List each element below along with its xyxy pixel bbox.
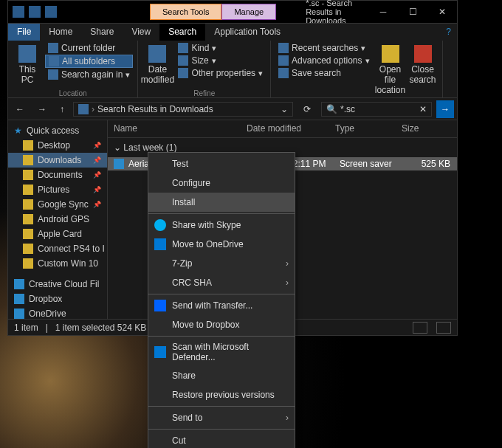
blank-icon — [154, 435, 166, 447]
maximize-button[interactable]: ☐ — [398, 1, 427, 23]
qat-icon[interactable] — [29, 6, 41, 18]
other-properties-button[interactable]: Other properties ▾ — [175, 67, 266, 79]
label: OneDrive — [29, 309, 66, 319]
sidebar-item[interactable]: Downloads📌 — [8, 153, 107, 168]
all-subfolders-button[interactable]: All subfolders — [45, 55, 133, 68]
dropbox-icon — [154, 300, 166, 311]
size-button[interactable]: Size ▾ — [175, 55, 266, 66]
close-button[interactable]: ✕ — [427, 1, 457, 23]
close-icon — [414, 45, 432, 63]
submenu-arrow-icon: › — [286, 278, 289, 288]
date-modified-button[interactable]: Date modified — [142, 42, 172, 88]
qat-icon[interactable] — [13, 6, 24, 18]
separator — [148, 429, 295, 430]
menu-file[interactable]: File — [8, 24, 40, 41]
sidebar-item[interactable]: Pictures📌 — [8, 182, 107, 197]
quick-access-header[interactable]: ★ Quick access — [8, 123, 107, 138]
label: Move to OneDrive — [172, 239, 244, 249]
cloud-icon — [14, 309, 24, 319]
sidebar-item[interactable]: Desktop📌 — [8, 138, 107, 153]
label: Date modified — [141, 64, 174, 85]
menu-application-tools[interactable]: Application Tools — [205, 24, 289, 41]
search-input[interactable]: 🔍 *.sc ✕ — [321, 102, 432, 117]
sidebar-item[interactable]: Google Sync📌 — [8, 197, 107, 212]
context-menu-item[interactable]: Send to› — [148, 408, 295, 427]
group-label: Refine — [142, 88, 266, 97]
details-view-button[interactable] — [413, 322, 427, 334]
contextual-tab-search-tools[interactable]: Search Tools — [150, 4, 221, 20]
pin-icon: 📌 — [93, 186, 101, 193]
context-menu-item[interactable]: Restore previous versions — [148, 385, 295, 404]
contextual-tab-manage[interactable]: Manage — [221, 4, 276, 20]
forward-button[interactable]: → — [33, 103, 51, 116]
context-menu-item[interactable]: Share — [148, 366, 295, 385]
thumbnails-view-button[interactable] — [436, 322, 451, 334]
search-again-button[interactable]: Search again in ▾ — [45, 69, 133, 80]
search-icon — [48, 69, 58, 80]
menu-search[interactable]: Search — [159, 24, 205, 41]
menu-share[interactable]: Share — [81, 24, 123, 41]
folder-icon — [23, 229, 33, 239]
sidebar-item[interactable]: Documents📌 — [8, 168, 107, 182]
context-menu-item[interactable]: Configure — [148, 173, 295, 193]
close-search-button[interactable]: Close search — [408, 42, 438, 88]
label: Recent searches — [292, 43, 358, 53]
pin-icon: 📌 — [93, 171, 101, 179]
folder-icon — [49, 56, 59, 66]
context-menu-item[interactable]: 7-Zip› — [148, 254, 295, 273]
refresh-button[interactable]: ⟳ — [298, 103, 317, 116]
context-menu-item[interactable]: CRC SHA› — [148, 273, 295, 292]
clear-search-icon[interactable]: ✕ — [419, 104, 427, 114]
label: Documents — [38, 170, 83, 180]
recent-searches-button[interactable]: Recent searches ▾ — [275, 42, 372, 54]
save-search-button[interactable]: Save search — [275, 67, 372, 79]
context-menu-item[interactable]: Install — [148, 193, 295, 212]
up-button[interactable]: ↑ — [55, 103, 69, 116]
address-bar[interactable]: › Search Results in Downloads ⌄ — [73, 102, 293, 117]
col-type[interactable]: Type — [329, 120, 396, 137]
context-menu-item[interactable]: Scan with Microsoft Defender... — [148, 338, 295, 366]
search-go-button[interactable]: → — [436, 100, 454, 118]
context-menu-item[interactable]: Send with Transfer... — [148, 296, 295, 315]
open-file-location-button[interactable]: Open file location — [376, 42, 405, 98]
context-menu-item[interactable]: Move to Dropbox — [148, 315, 295, 334]
menu-home[interactable]: Home — [40, 24, 81, 41]
sidebar[interactable]: ★ Quick access Desktop📌Downloads📌Documen… — [8, 120, 108, 319]
sidebar-item[interactable]: Connect PS4 to I — [8, 241, 107, 256]
submenu-arrow-icon: › — [286, 258, 289, 269]
save-icon — [278, 68, 289, 78]
blank-icon — [154, 389, 166, 401]
col-date[interactable]: Date modified — [241, 120, 329, 137]
blank-icon — [154, 412, 166, 424]
col-size[interactable]: Size — [396, 120, 440, 137]
context-menu-item[interactable]: Move to OneDrive — [148, 235, 295, 254]
sidebar-item[interactable]: Custom Win 10 — [8, 256, 107, 271]
recent-icon — [278, 43, 289, 53]
sidebar-item[interactable]: Android GPS — [8, 212, 107, 227]
help-icon[interactable]: ? — [440, 24, 457, 41]
ribbon-group-location: This PC Current folder All subfolders Se… — [8, 41, 138, 97]
col-name[interactable]: Name — [108, 120, 241, 137]
sidebar-item[interactable]: Creative Cloud Fil — [8, 277, 107, 292]
label: This PC — [16, 64, 39, 85]
advanced-options-button[interactable]: Advanced options ▾ — [275, 55, 372, 66]
label: Move to Dropbox — [172, 320, 239, 330]
window-title: *.sc - Search Results in Downloads — [306, 0, 368, 25]
sidebar-item[interactable]: OneDrive — [8, 306, 107, 319]
back-button[interactable]: ← — [11, 103, 29, 116]
minimize-button[interactable]: ─ — [368, 1, 398, 23]
column-headers[interactable]: Name Date modified Type Size — [108, 120, 457, 138]
menu-view[interactable]: View — [123, 24, 159, 41]
current-folder-button[interactable]: Current folder — [45, 42, 133, 54]
label: Dropbox — [29, 294, 62, 304]
qat-icon[interactable] — [45, 6, 57, 18]
context-menu-item[interactable]: Cut — [148, 431, 295, 448]
sidebar-item[interactable]: Dropbox — [8, 292, 107, 306]
titlebar[interactable]: Search Tools Manage *.sc - Search Result… — [8, 1, 457, 23]
context-menu: TestConfigureInstallShare with SkypeMove… — [148, 152, 295, 448]
this-pc-button[interactable]: This PC — [13, 42, 42, 88]
sidebar-item[interactable]: Apple Card — [8, 227, 107, 241]
context-menu-item[interactable]: Test — [148, 154, 295, 173]
kind-button[interactable]: Kind ▾ — [175, 42, 266, 54]
context-menu-item[interactable]: Share with Skype — [148, 216, 295, 235]
